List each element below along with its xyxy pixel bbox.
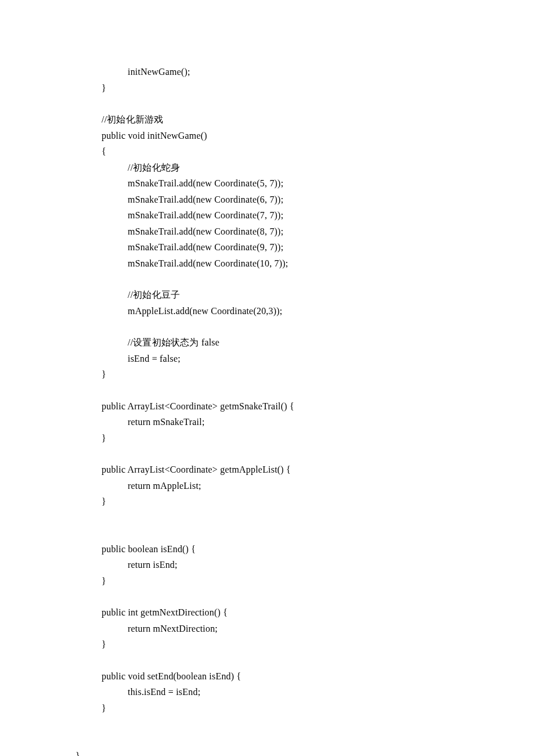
code-line: public ArrayList<Coordinate> getmSnakeTr… <box>102 398 476 415</box>
code-line: } <box>102 700 476 717</box>
code-line: } <box>102 494 476 510</box>
code-block: initNewGame();}//初始化新游戏public void initN… <box>102 64 476 756</box>
code-line: //初始化新游戏 <box>102 111 476 128</box>
blank-line <box>102 510 476 525</box>
blank-line <box>102 96 476 111</box>
code-line: public void initNewGame() <box>102 128 476 144</box>
code-line: } <box>102 636 476 653</box>
blank-line <box>102 732 476 748</box>
blank-line <box>102 525 476 541</box>
blank-line <box>102 446 476 462</box>
code-line: } <box>102 573 476 589</box>
code-line: this.isEnd = isEnd; <box>102 684 476 700</box>
code-line: mSnakeTrail.add(new Coordinate(7, 7)); <box>102 207 476 224</box>
code-line: } <box>102 366 476 383</box>
code-line: } <box>102 80 476 96</box>
code-line: //初始化蛇身 <box>102 160 476 176</box>
code-line: initNewGame(); <box>102 64 476 80</box>
blank-line <box>102 319 476 334</box>
blank-line <box>102 271 476 287</box>
code-line: } <box>102 430 476 447</box>
blank-line <box>102 383 476 398</box>
code-line: public int getmNextDirection() { <box>102 604 476 621</box>
blank-line <box>102 653 476 668</box>
code-line: return mAppleList; <box>102 478 476 494</box>
code-line: } <box>75 748 476 757</box>
code-line: public void setEnd(boolean isEnd) { <box>102 668 476 685</box>
blank-line <box>102 717 476 732</box>
code-line: //设置初始状态为 false <box>102 334 476 351</box>
code-line: mSnakeTrail.add(new Coordinate(8, 7)); <box>102 224 476 240</box>
code-line: return isEnd; <box>102 557 476 573</box>
document-page: initNewGame();}//初始化新游戏public void initN… <box>0 0 534 756</box>
code-line: mSnakeTrail.add(new Coordinate(10, 7)); <box>102 255 476 272</box>
code-line: //初始化豆子 <box>102 287 476 303</box>
code-line: return mNextDirection; <box>102 621 476 637</box>
blank-line <box>102 589 476 604</box>
code-line: return mSnakeTrail; <box>102 414 476 430</box>
code-line: { <box>102 143 476 160</box>
code-line: mSnakeTrail.add(new Coordinate(6, 7)); <box>102 192 476 208</box>
code-line: mSnakeTrail.add(new Coordinate(9, 7)); <box>102 239 476 255</box>
code-line: public boolean isEnd() { <box>102 541 476 557</box>
code-line: public ArrayList<Coordinate> getmAppleLi… <box>102 462 476 478</box>
code-line: isEnd = false; <box>102 351 476 367</box>
code-line: mSnakeTrail.add(new Coordinate(5, 7)); <box>102 175 476 192</box>
code-line: mAppleList.add(new Coordinate(20,3)); <box>102 303 476 319</box>
